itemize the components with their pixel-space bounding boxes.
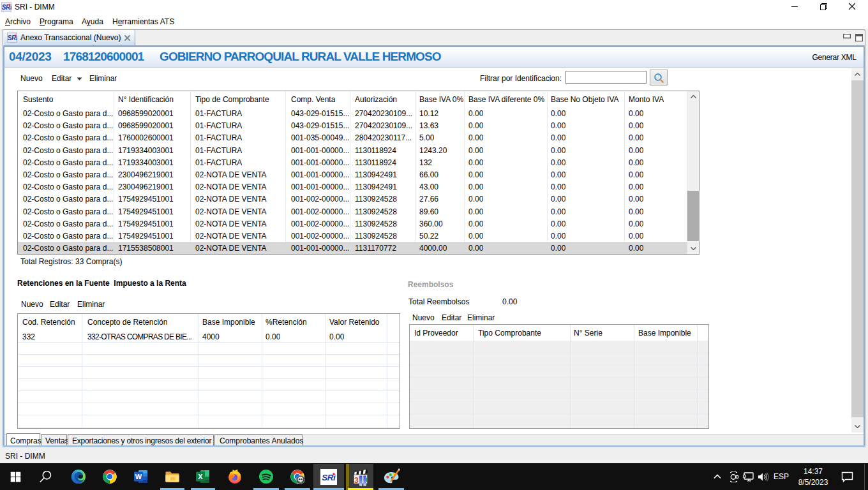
svg-text:X: X [198, 473, 203, 480]
svg-text:3: 3 [354, 476, 359, 485]
svg-text:W: W [135, 473, 142, 480]
